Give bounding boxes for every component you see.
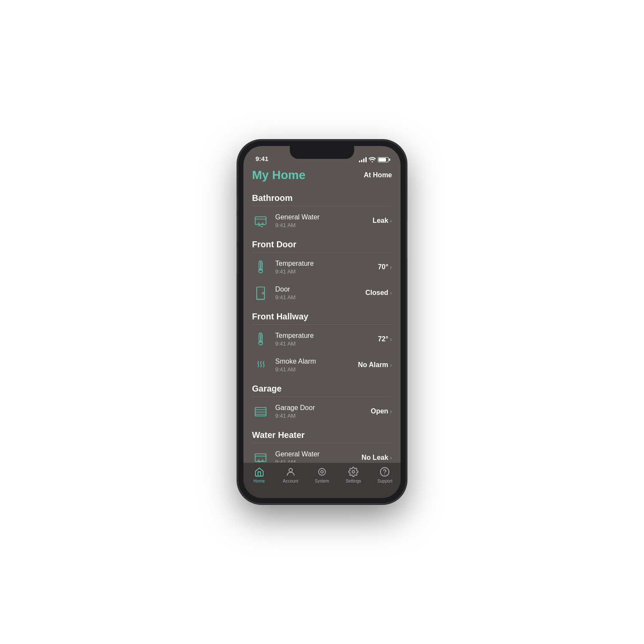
device-status-open: Open › xyxy=(371,407,392,415)
thermometer-hallway-icon xyxy=(252,331,269,348)
device-row-temperature-front-door[interactable]: Temperature 9:41 AM 70° › xyxy=(243,254,401,280)
door-icon xyxy=(252,284,269,301)
device-name: Garage Door xyxy=(275,404,371,412)
tab-support-label: Support xyxy=(377,479,392,483)
device-info-garage-door: Garage Door 9:41 AM xyxy=(275,404,371,419)
svg-point-13 xyxy=(259,341,263,345)
system-tab-icon xyxy=(316,466,328,477)
device-status-70: 70° › xyxy=(378,263,392,271)
svg-rect-21 xyxy=(255,454,266,462)
tab-bar: Home Account xyxy=(243,462,401,498)
device-name: General Water xyxy=(275,213,373,221)
status-icons xyxy=(359,157,389,162)
svg-point-26 xyxy=(319,468,325,475)
tab-home-label: Home xyxy=(253,479,265,483)
home-tab-icon xyxy=(254,466,265,477)
device-row-general-water-heater[interactable]: General Water 9:41 AM No Leak › xyxy=(243,445,401,462)
tab-account[interactable]: Account xyxy=(275,466,306,483)
device-time: 9:41 AM xyxy=(275,222,373,228)
section-header-water-heater: Water Heater xyxy=(243,424,401,443)
device-time: 9:41 AM xyxy=(275,294,365,301)
chevron-right-icon: › xyxy=(390,361,392,368)
chevron-right-icon: › xyxy=(390,408,392,415)
device-info-door: Door 9:41 AM xyxy=(275,286,365,301)
app-title: My Home xyxy=(252,168,305,182)
wifi-icon xyxy=(369,157,376,162)
svg-point-5 xyxy=(259,269,263,273)
section-bathroom: Bathroom xyxy=(243,187,401,234)
svg-point-29 xyxy=(380,468,389,476)
svg-point-2 xyxy=(258,223,260,225)
svg-point-27 xyxy=(321,471,323,473)
section-header-front-hallway: Front Hallway xyxy=(243,306,401,324)
app-header: My Home At Home xyxy=(243,165,401,187)
tab-system[interactable]: System xyxy=(306,466,337,483)
device-time: 9:41 AM xyxy=(275,366,358,373)
device-row-temperature-hallway[interactable]: Temperature 9:41 AM 72° › xyxy=(243,326,401,352)
chevron-right-icon: › xyxy=(390,336,392,343)
at-home-badge: At Home xyxy=(364,171,392,179)
svg-point-24 xyxy=(262,460,264,462)
device-info-smoke-alarm: Smoke Alarm 9:41 AM xyxy=(275,358,358,373)
garage-door-icon xyxy=(252,403,269,420)
scroll-content[interactable]: Bathroom xyxy=(243,187,401,462)
tab-support[interactable]: Support xyxy=(369,466,401,483)
svg-point-3 xyxy=(262,223,264,225)
water-sensor-icon xyxy=(252,212,269,229)
device-row-smoke-alarm[interactable]: Smoke Alarm 9:41 AM No Alarm › xyxy=(243,352,401,378)
thermometer-icon xyxy=(252,258,269,276)
settings-tab-icon xyxy=(348,466,359,477)
support-tab-icon xyxy=(379,466,390,477)
tab-home[interactable]: Home xyxy=(243,466,275,483)
device-row-general-water-bathroom[interactable]: General Water 9:41 AM Leak › xyxy=(243,208,401,234)
signal-icon xyxy=(359,157,367,162)
chevron-right-icon: › xyxy=(390,454,392,461)
svg-point-25 xyxy=(289,468,292,472)
phone-outer: 9:41 My Home At Home xyxy=(238,141,406,503)
device-name: Temperature xyxy=(275,260,378,267)
device-status-closed: Closed › xyxy=(365,289,392,297)
chevron-right-icon: › xyxy=(390,264,392,270)
device-name: Door xyxy=(275,286,365,293)
svg-point-28 xyxy=(352,471,355,473)
device-time: 9:41 AM xyxy=(275,413,371,419)
notch xyxy=(290,146,354,159)
phone-inner: 9:41 My Home At Home xyxy=(243,146,401,498)
svg-rect-9 xyxy=(257,287,264,300)
account-tab-icon xyxy=(285,466,296,477)
device-info-temperature-hallway: Temperature 9:41 AM xyxy=(275,332,378,347)
svg-rect-17 xyxy=(255,407,266,416)
svg-point-10 xyxy=(262,292,264,294)
section-front-door: Front Door xyxy=(243,234,401,306)
tab-settings[interactable]: Settings xyxy=(338,466,369,483)
device-time: 9:41 AM xyxy=(275,340,378,347)
device-name: General Water xyxy=(275,450,361,458)
device-info-general-water-bathroom: General Water 9:41 AM xyxy=(275,213,373,228)
device-name: Smoke Alarm xyxy=(275,358,358,365)
section-header-bathroom: Bathroom xyxy=(243,187,401,206)
device-status-leak: Leak › xyxy=(373,217,392,225)
device-status-72: 72° › xyxy=(378,335,392,343)
water-sensor-heater-icon xyxy=(252,449,269,462)
tab-system-label: System xyxy=(315,479,329,483)
device-info-temperature-front-door: Temperature 9:41 AM xyxy=(275,260,378,275)
device-status-no-leak: No Leak › xyxy=(361,454,392,462)
status-time: 9:41 xyxy=(255,155,268,162)
device-time: 9:41 AM xyxy=(275,268,378,275)
section-header-garage: Garage xyxy=(243,378,401,396)
device-row-door-front-door[interactable]: Door 9:41 AM Closed › xyxy=(243,280,401,306)
section-water-heater: Water Heater xyxy=(243,424,401,462)
section-front-hallway: Front Hallway xyxy=(243,306,401,378)
smoke-alarm-icon xyxy=(252,356,269,374)
chevron-right-icon: › xyxy=(390,289,392,296)
device-info-general-water-heater: General Water 9:41 AM xyxy=(275,450,361,463)
battery-icon xyxy=(378,157,389,162)
device-row-garage-door[interactable]: Garage Door 9:41 AM Open › xyxy=(243,398,401,424)
device-name: Temperature xyxy=(275,332,378,340)
chevron-right-icon: › xyxy=(390,217,392,224)
tab-settings-label: Settings xyxy=(346,479,361,483)
section-garage: Garage Garage Do xyxy=(243,378,401,424)
svg-point-23 xyxy=(258,460,260,462)
device-time: 9:41 AM xyxy=(275,459,361,463)
tab-account-label: Account xyxy=(283,479,298,483)
